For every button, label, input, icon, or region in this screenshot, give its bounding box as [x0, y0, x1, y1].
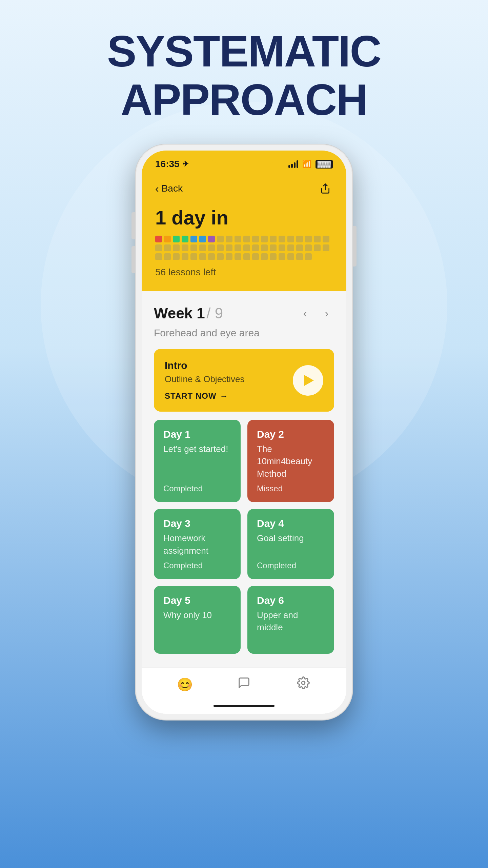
progress-dot — [155, 244, 162, 251]
tab-profile[interactable]: 😊 — [171, 674, 198, 695]
tab-bar: 😊 — [142, 667, 346, 705]
day-card-desc: The 10min4beauty Method — [257, 443, 325, 480]
progress-dot — [226, 236, 232, 242]
progress-dot — [217, 236, 224, 242]
phone-mockup: 16:35 ✈ 📶 ▓▓▓ — [136, 144, 352, 720]
day-card[interactable]: Day 3 Homework assignment Completed — [154, 509, 241, 579]
progress-dot — [226, 244, 232, 251]
nav-row: ‹ Back — [155, 181, 333, 196]
week-prev-button[interactable]: ‹ — [298, 306, 312, 321]
progress-dot — [164, 236, 171, 242]
phone-outer: 16:35 ✈ 📶 ▓▓▓ — [136, 144, 352, 720]
progress-dot — [252, 236, 259, 242]
progress-dot — [235, 244, 241, 251]
day-card-desc: Let's get started! — [163, 443, 231, 455]
week-header: Week 1 / 9 ‹ › — [154, 305, 334, 322]
progress-dot — [235, 253, 241, 260]
day-card[interactable]: Day 5 Why only 10 — [154, 586, 241, 654]
tab-messages[interactable] — [230, 674, 258, 695]
content-area: Week 1 / 9 ‹ › Forehead and eye area Int… — [142, 291, 346, 667]
progress-dot — [155, 253, 162, 260]
battery-icon: ▓▓▓ — [316, 160, 333, 169]
progress-dot — [190, 253, 197, 260]
progress-dot — [305, 244, 312, 251]
progress-dot — [305, 253, 312, 260]
progress-dot — [243, 244, 250, 251]
progress-dot — [252, 253, 259, 260]
day-card[interactable]: Day 4 Goal setting Completed — [247, 509, 334, 579]
smiley-icon: 😊 — [177, 677, 193, 692]
progress-dot — [279, 253, 285, 260]
share-button[interactable] — [318, 181, 333, 196]
tab-settings[interactable] — [290, 674, 317, 695]
week-title-group: Week 1 / 9 — [154, 305, 223, 322]
progress-dot — [217, 244, 224, 251]
app-header: ‹ Back 1 day in 56 lessons left — [142, 174, 346, 291]
back-chevron-icon: ‹ — [155, 182, 159, 195]
progress-dot — [182, 236, 188, 242]
play-button[interactable] — [293, 365, 323, 396]
week-subtitle: Forehead and eye area — [154, 327, 334, 339]
progress-dot — [217, 253, 224, 260]
progress-dot — [208, 244, 215, 251]
day-card-status: Completed — [163, 484, 231, 493]
progress-dot — [287, 253, 294, 260]
location-icon: ✈ — [182, 160, 188, 169]
progress-dot — [190, 244, 197, 251]
svg-point-1 — [302, 682, 305, 685]
progress-dot — [164, 253, 171, 260]
day-card-title: Day 4 — [257, 518, 325, 529]
play-triangle-icon — [304, 375, 314, 386]
day-card-desc: Why only 10 — [163, 609, 231, 621]
progress-dot — [235, 236, 241, 242]
progress-dot — [314, 244, 321, 251]
week-total: 9 — [215, 305, 223, 321]
intro-card[interactable]: Intro Outline & Objectives START NOW → — [154, 349, 334, 412]
progress-dot — [208, 236, 215, 242]
back-label: Back — [162, 183, 183, 194]
progress-dot — [287, 236, 294, 242]
progress-dot — [279, 236, 285, 242]
day-card-title: Day 1 — [163, 429, 231, 440]
progress-dot — [296, 244, 303, 251]
progress-dot — [287, 244, 294, 251]
progress-dot — [243, 236, 250, 242]
day-card-desc: Upper and middle — [257, 609, 325, 634]
day-card[interactable]: Day 1 Let's get started! Completed — [154, 420, 241, 502]
progress-dot — [261, 244, 268, 251]
wifi-icon: 📶 — [302, 160, 311, 169]
day-grid: Day 1 Let's get started! Completed Day 2… — [154, 420, 334, 654]
home-indicator — [142, 705, 346, 714]
intro-subtitle: Outline & Objectives — [165, 374, 293, 384]
progress-dot — [173, 253, 180, 260]
progress-dot — [182, 253, 188, 260]
day-card-status: Completed — [257, 561, 325, 570]
week-next-button[interactable]: › — [319, 306, 334, 321]
day-card-desc: Homework assignment — [163, 532, 231, 557]
page-title: SYSTEMATIC APPROACH — [107, 27, 381, 124]
day-card-title: Day 3 — [163, 518, 231, 529]
start-now-label: START NOW — [165, 391, 217, 401]
progress-dot — [261, 236, 268, 242]
intro-card-content: Intro Outline & Objectives START NOW → — [165, 360, 293, 401]
progress-dot — [296, 253, 303, 260]
day-card-status: Missed — [257, 484, 325, 493]
day-card-title: Day 6 — [257, 595, 325, 606]
progress-dots — [155, 236, 333, 260]
start-now-button[interactable]: START NOW → — [165, 391, 293, 401]
status-time: 16:35 ✈ — [155, 159, 188, 170]
back-button[interactable]: ‹ Back — [155, 182, 183, 195]
day-card-title: Day 2 — [257, 429, 325, 440]
progress-dot — [208, 253, 215, 260]
day-card[interactable]: Day 2 The 10min4beauty Method Missed — [247, 420, 334, 502]
progress-dot — [261, 253, 268, 260]
phone-inner: 16:35 ✈ 📶 ▓▓▓ — [142, 151, 346, 714]
progress-dot — [314, 236, 321, 242]
progress-dot — [155, 236, 162, 242]
progress-dot — [199, 236, 206, 242]
week-nav: ‹ › — [298, 306, 334, 321]
home-bar — [214, 705, 274, 707]
progress-dot — [270, 253, 277, 260]
progress-dot — [270, 244, 277, 251]
day-card[interactable]: Day 6 Upper and middle — [247, 586, 334, 654]
